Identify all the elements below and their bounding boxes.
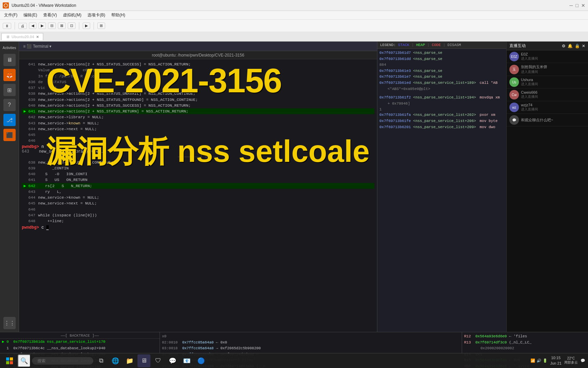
reg-r12: R12 0x564a93e6d6e0 ← 'files	[464, 334, 586, 340]
taskbar-edge[interactable]: 🌐	[109, 354, 122, 367]
toolbar-print[interactable]: 🖨	[18, 23, 27, 29]
sidebar-terminal-icon[interactable]: 🖥	[3, 54, 16, 66]
code-643b: 643 ry L,	[22, 189, 374, 195]
disasm-line-plt: <*ABS*+0xa05e0@plt>	[379, 86, 504, 92]
disasm-line-1: 0x7f69713b61d7 <nss_parse_se	[379, 50, 504, 56]
toolbar-screen[interactable]: ⊞	[97, 22, 105, 29]
taskbar-app-2[interactable]: 🛡	[152, 354, 165, 367]
legend-sep2: |	[427, 43, 432, 47]
toolbar-next[interactable]: ▶	[38, 22, 46, 29]
disasm-counter: 1	[379, 107, 504, 112]
taskbar-speaker-icon[interactable]: 🔊	[537, 358, 541, 363]
live-settings-icon[interactable]: ⚙	[562, 44, 566, 48]
live-user-wzjz[interactable]: wz wzjz74 进入直播间	[507, 101, 588, 114]
live-bell-icon[interactable]: 🔔	[568, 44, 573, 48]
disasm-line-7b: + 0x79946]	[379, 101, 504, 107]
prompt-line-2: pwndbg> c █	[22, 225, 374, 230]
bt-1: 1 0x7f69713b6c4c __nss_database_lookup2+…	[0, 345, 160, 352]
toolbar-r2[interactable]: ⊠	[58, 22, 66, 29]
toolbar-r3[interactable]: ⊡	[68, 22, 76, 29]
sidebar-apps-icon[interactable]: ⊞	[3, 84, 16, 96]
sidebar-terminal2-icon[interactable]: ⬛	[3, 129, 16, 141]
sidebar-question-icon[interactable]: ?	[3, 99, 16, 111]
sidebar-vscode-icon[interactable]: ⎇	[3, 114, 16, 126]
sidebar-grid-icon[interactable]: ⋮⋮	[3, 317, 16, 329]
disasm-line-5: 0x7f69713b61e7 <nss_parse_se	[379, 74, 504, 80]
weather-temp: 22°C	[564, 356, 578, 360]
taskbar-app-5[interactable]: 🔵	[195, 354, 208, 367]
legend-sep3: |	[443, 43, 447, 47]
disasm-line-3: 884	[379, 62, 504, 68]
svg-point-0	[4, 4, 7, 7]
menu-edit[interactable]: 编辑(E)	[21, 12, 40, 19]
close-btn[interactable]: ✕	[581, 3, 585, 8]
minimize-btn[interactable]: ─	[570, 3, 573, 8]
taskbar-weather: 22°C 周部多云	[564, 356, 578, 365]
menu-file[interactable]: 文件(F)	[1, 12, 20, 19]
taskbar-task-view[interactable]: ⧉	[95, 354, 108, 367]
toolbar-prev[interactable]: ◀	[29, 22, 36, 29]
live-chat-prompt[interactable]: 💬 和观众聊点什么吧~	[507, 114, 588, 126]
live-close-icon[interactable]: ✕	[582, 44, 585, 48]
toolbar-sep-2	[79, 22, 79, 30]
live-user-ymb[interactable]: 玉 别抢我的玉米饼 进入直播间	[507, 63, 588, 76]
avatar-wzjz: wz	[509, 103, 519, 112]
activities-btn[interactable]: Activities	[2, 44, 17, 51]
disasm-line-2: 0x7f69713b61dd <nss_parse_se	[379, 56, 504, 62]
bt-0: ▶ 0 0x7f69713b61da nss_parse_service_lis…	[0, 339, 160, 345]
taskbar-vmware-app[interactable]: 🖥	[137, 354, 150, 367]
live-user-e0z[interactable]: E0Z E0Z 进入直播间	[507, 50, 588, 63]
maximize-btn[interactable]: □	[576, 3, 578, 8]
disasm-blank-1	[379, 92, 504, 95]
sidebar-firefox-icon[interactable]: 🦊	[3, 69, 16, 81]
taskbar-app-3[interactable]: 💬	[166, 354, 179, 367]
toolbar-pause[interactable]: ⏸	[3, 23, 11, 29]
menu-view[interactable]: 查看(V)	[40, 12, 60, 19]
notification-area: 📶 🔊 🔋	[530, 358, 548, 363]
avatar-ushura: Us	[509, 77, 519, 87]
terminal-path: root@ubuntu: /home/pwn/Desktop/CVE-2021-…	[152, 53, 244, 58]
taskbar-search-btn[interactable]: 🔍	[18, 354, 31, 367]
disasm-line-10: 0x7f69713b6201 <nss_parse_service_list+2…	[379, 124, 504, 131]
taskbar-search-input[interactable]	[32, 357, 93, 365]
overlay-cve-text: CVE-2021-3156	[46, 61, 281, 100]
clock-time: 10:15	[550, 355, 561, 361]
taskbar-app-4[interactable]: 📧	[180, 354, 193, 367]
vm-tab-ubuntu[interactable]: 🖥 Ubuntu20.04 ✕	[1, 33, 43, 40]
terminal-main[interactable]: 641new_service->actions[2 + NSS_STATUS_S…	[19, 59, 377, 332]
live-panel: 直播互动 ⚙ 🔔 🔒 ✕ E0Z E0Z 进入直播间 玉 别抢我的玉米饼 进入直…	[506, 42, 588, 332]
taskbar-right-area: 📶 🔊 🔋 10:15 Jun 21 22°C 周部多云 💬	[530, 355, 585, 366]
svg-rect-4	[10, 361, 13, 364]
vm-tab-close[interactable]: ✕	[36, 35, 39, 39]
live-user-cweis[interactable]: Cw Cweis666 进入直播间	[507, 89, 588, 101]
toolbar: ⏸ 🖨 ◀ ▶ ⊟ ⊠ ⊡ ▶ ⊞	[0, 20, 588, 32]
mem-03: 03:0018 0x7ffcc05a64a8 → 0xf2065d2c5b908…	[162, 346, 460, 352]
disasm-line-7: 0x7f69713b61f2 <nss_parse_service_list+1…	[379, 95, 504, 101]
start-button[interactable]	[3, 354, 16, 367]
toolbar-terminal[interactable]: ▶	[83, 22, 90, 29]
svg-rect-1	[6, 357, 9, 361]
title-bar: Ubuntu20.04 - VMware Workstation ─ □ ✕	[0, 0, 588, 11]
live-lock-icon[interactable]: 🔒	[575, 44, 580, 48]
taskbar-clock[interactable]: 10:15 Jun 21	[550, 355, 561, 366]
left-sidebar: Activities 🖥 🦊 ⊞ ? ⎇ ⬛ ⋮⋮	[0, 42, 19, 332]
user-info-ymb: 别抢我的玉米饼 进入直播间	[521, 64, 547, 74]
menu-bar: 文件(F) 编辑(E) 查看(V) 虚拟机(M) 选项卡(B) 帮助(H)	[0, 11, 588, 20]
menu-help[interactable]: 帮助(H)	[109, 12, 128, 19]
terminal-area[interactable]: ≡ ⬛ Terminal ▾ root@ubuntu: /home/pwn/De…	[19, 42, 377, 332]
taskbar-battery-icon[interactable]: 🔋	[543, 358, 548, 363]
live-title: 直播互动	[509, 43, 526, 49]
menu-tabs[interactable]: 选项卡(B)	[85, 12, 108, 19]
notification-btn[interactable]: 💬	[581, 358, 585, 363]
mem-02: 02:0010 0x7ffcc05a64a0 ← 0x0	[162, 340, 460, 346]
terminal-header: ≡ ⬛ Terminal ▾	[19, 42, 377, 51]
live-user-ushura[interactable]: Us Ushura 进入直播间	[507, 76, 588, 89]
taskbar-wifi-icon[interactable]: 📶	[530, 358, 535, 363]
app-icon	[3, 2, 9, 9]
reg-r13b: 0x2000200020002	[464, 346, 586, 352]
toolbar-r1[interactable]: ⊟	[48, 22, 56, 29]
menu-vm[interactable]: 虚拟机(M)	[60, 12, 84, 19]
taskbar-explorer[interactable]: 📁	[123, 354, 136, 367]
code-line-640: 640new_service->actions[2 + NSS_STATUS_S…	[22, 103, 374, 108]
clock-date: Jun 21	[550, 361, 561, 366]
